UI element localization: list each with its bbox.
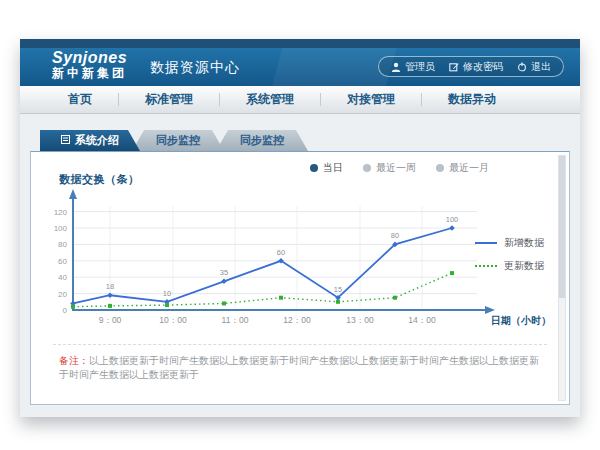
svg-text:日期（小时）: 日期（小时） [491, 315, 551, 326]
tab-bar: 系统介绍 同步监控 同步监控 [40, 130, 308, 151]
company-logo: Synjones 新中新集团 [52, 50, 127, 79]
edit-icon [449, 62, 459, 72]
radio-last-month[interactable]: 最近一月 [436, 161, 489, 175]
svg-text:18: 18 [106, 282, 114, 291]
svg-text:10：00: 10：00 [159, 315, 187, 325]
svg-text:20: 20 [58, 290, 67, 299]
radio-label: 最近一月 [449, 161, 489, 175]
page-card: Synjones 新中新集团 数据资源中心 管理员 修改密码 [20, 39, 580, 417]
svg-text:100: 100 [446, 215, 459, 224]
power-icon [517, 62, 527, 72]
tab-label: 系统介绍 [75, 130, 119, 151]
radio-label: 当日 [323, 161, 343, 175]
footnote-text: 以上数据更新于时间产生数据以上数据更新于时间产生数据以上数据更新于时间产生数据以… [59, 355, 539, 380]
svg-text:40: 40 [58, 273, 67, 282]
tab-system-intro[interactable]: 系统介绍 [40, 130, 140, 151]
nav-item-home[interactable]: 首页 [42, 91, 118, 108]
svg-text:13：00: 13：00 [346, 315, 374, 325]
svg-text:60: 60 [277, 248, 285, 257]
change-password-label: 修改密码 [463, 60, 503, 74]
radio-dot-icon [363, 164, 371, 172]
user-icon [391, 62, 401, 72]
legend-item-new-data: 新增数据 [475, 236, 555, 250]
svg-text:12：00: 12：00 [283, 315, 311, 325]
svg-text:9：00: 9：00 [99, 315, 122, 325]
svg-text:15: 15 [334, 285, 342, 294]
svg-text:80: 80 [58, 240, 67, 249]
svg-text:80: 80 [391, 231, 399, 240]
change-password-button[interactable]: 修改密码 [449, 60, 503, 74]
nav-item-data-changes[interactable]: 数据异动 [422, 91, 522, 108]
svg-text:60: 60 [58, 257, 67, 266]
radio-today[interactable]: 当日 [310, 161, 343, 175]
logo-text-en: Synjones [52, 50, 127, 67]
top-accent-strip [20, 39, 580, 48]
chart-panel: 当日 最近一周 最近一月 数据交换（条） 0204060801001209：00… [30, 151, 570, 405]
legend-label: 更新数据 [504, 259, 544, 273]
main-nav: 首页 标准管理 系统管理 对接管理 数据异动 [20, 86, 580, 114]
radio-label: 最近一周 [376, 161, 416, 175]
nav-item-system-mgmt[interactable]: 系统管理 [220, 91, 320, 108]
tab-sync-monitor-1[interactable]: 同步监控 [132, 130, 224, 151]
footnote: 备注：以上数据更新于时间产生数据以上数据更新于时间产生数据以上数据更新于时间产生… [59, 354, 539, 382]
scrollbar-thumb[interactable] [559, 156, 565, 298]
legend-label: 新增数据 [504, 236, 544, 250]
logout-label: 退出 [531, 60, 551, 74]
svg-text:11：00: 11：00 [222, 315, 249, 325]
browser-canvas: Synjones 新中新集团 数据资源中心 管理员 修改密码 [0, 0, 600, 450]
document-icon [61, 130, 70, 151]
radio-last-week[interactable]: 最近一周 [363, 161, 416, 175]
svg-text:0: 0 [63, 306, 68, 315]
svg-text:120: 120 [54, 208, 68, 217]
legend-item-updated-data: 更新数据 [475, 259, 555, 273]
time-range-selector: 当日 最近一周 最近一月 [310, 161, 489, 175]
series-legend: 新增数据 更新数据 [475, 236, 555, 282]
user-toolbar: 管理员 修改密码 退出 [378, 56, 564, 77]
user-name-label: 管理员 [405, 60, 435, 74]
logo-text-cn: 新中新集团 [52, 67, 127, 80]
panel-scrollbar[interactable] [558, 155, 566, 401]
radio-dot-icon [310, 164, 318, 172]
footnote-prefix: 备注： [59, 355, 89, 366]
svg-text:10: 10 [163, 289, 171, 298]
svg-text:100: 100 [54, 224, 68, 233]
current-user[interactable]: 管理员 [391, 60, 435, 74]
tab-sync-monitor-2[interactable]: 同步监控 [216, 130, 308, 151]
app-header: Synjones 新中新集团 数据资源中心 管理员 修改密码 [20, 48, 580, 86]
radio-dot-icon [436, 164, 444, 172]
blue-line-swatch-icon [475, 242, 497, 244]
green-dotted-swatch-icon [475, 265, 497, 267]
nav-item-standard-mgmt[interactable]: 标准管理 [119, 91, 219, 108]
nav-item-interface-mgmt[interactable]: 对接管理 [321, 91, 421, 108]
content-area: 系统介绍 同步监控 同步监控 当日 最近一周 [20, 114, 580, 417]
svg-text:35: 35 [220, 268, 228, 277]
dashed-divider [53, 344, 547, 345]
logout-button[interactable]: 退出 [517, 60, 551, 74]
svg-text:14：00: 14：00 [408, 315, 436, 325]
page-title: 数据资源中心 [150, 59, 240, 77]
